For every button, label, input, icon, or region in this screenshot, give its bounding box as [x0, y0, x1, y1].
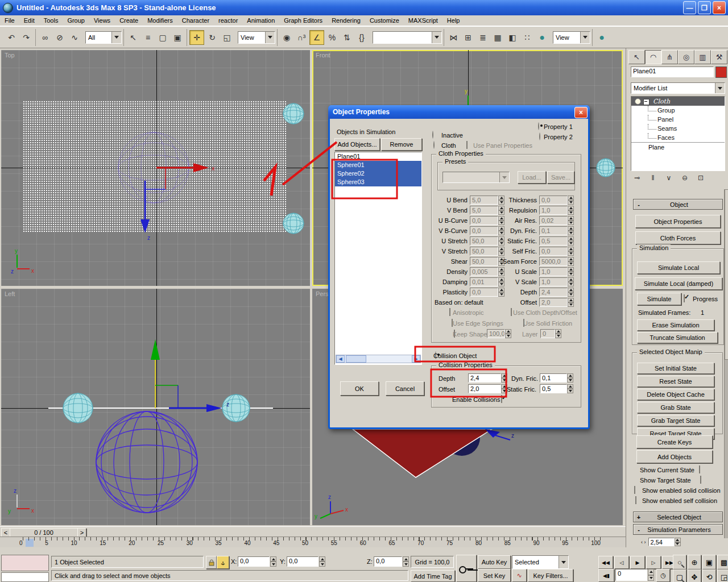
tab-modify[interactable]: ◠: [645, 50, 661, 64]
render-type-dropdown[interactable]: View: [553, 31, 590, 44]
progress-checkbox[interactable]: [684, 294, 685, 302]
cancel-button[interactable]: Cancel: [386, 381, 424, 396]
stack-sub-item[interactable]: Faces: [631, 133, 725, 142]
spinner[interactable]: [505, 329, 511, 338]
play-icon[interactable]: ▶: [630, 556, 645, 569]
collapse-icon[interactable]: [643, 99, 650, 105]
spinner[interactable]: [567, 384, 573, 393]
spinner[interactable]: [568, 288, 574, 297]
modifier-list-dropdown[interactable]: Modifier List: [631, 82, 725, 94]
cloth-forces-button[interactable]: Cloth Forces: [635, 231, 721, 244]
redo-icon[interactable]: ↷: [19, 31, 33, 44]
angle-snap-icon[interactable]: ∠: [309, 30, 324, 45]
maxscript-mini-listener-macro[interactable]: [1, 555, 49, 571]
scroll-left-icon[interactable]: ◀: [336, 355, 345, 363]
set-keys-button[interactable]: [456, 555, 477, 582]
pin-stack-icon[interactable]: ⊸: [631, 173, 643, 183]
manip-button[interactable]: Reset State: [637, 376, 714, 387]
zoom-extents-icon[interactable]: ▣: [702, 555, 716, 569]
layer-field[interactable]: 0: [540, 329, 555, 338]
viewport-label[interactable]: Front: [316, 52, 330, 59]
scroll-right-icon[interactable]: ▶: [412, 355, 420, 363]
panel-scrollbar[interactable]: [724, 189, 728, 538]
presets-dropdown[interactable]: [442, 172, 510, 183]
ok-button[interactable]: OK: [340, 381, 379, 396]
y-coordinate-field[interactable]: 0,0: [287, 556, 318, 567]
zoom-extents-all-icon[interactable]: ▩: [717, 555, 728, 569]
chevron-down-icon[interactable]: [715, 83, 725, 93]
object-color-swatch[interactable]: [715, 66, 727, 78]
menu-item[interactable]: Character: [177, 16, 214, 24]
rect-selection-region-icon[interactable]: ▢: [156, 31, 169, 44]
property-field[interactable]: 2,0: [539, 298, 568, 307]
rollout-selected-object[interactable]: + Selected Object: [633, 512, 723, 522]
viewport-label[interactable]: Left: [5, 290, 15, 297]
truncate-simulation-button[interactable]: Truncate Simulation: [637, 332, 718, 343]
region-zoom-icon[interactable]: ▢: [673, 569, 686, 582]
menu-item[interactable]: Animation: [242, 16, 279, 24]
next-frame-icon[interactable]: ▷: [646, 556, 661, 569]
property-field[interactable]: 50,0: [470, 236, 498, 246]
spinner[interactable]: [567, 373, 573, 383]
close-button[interactable]: ×: [713, 1, 726, 14]
chevron-down-icon[interactable]: [499, 172, 509, 182]
chevron-down-icon[interactable]: [580, 32, 590, 43]
chevron-down-icon[interactable]: [111, 32, 121, 43]
spinner[interactable]: [568, 216, 574, 225]
key-mode-toggle[interactable]: ◀▮: [598, 569, 614, 582]
dialog-close-icon[interactable]: ×: [574, 107, 588, 118]
tab-create[interactable]: ↖: [628, 50, 645, 64]
manip-button[interactable]: Set Initial State: [637, 363, 714, 374]
rollout-simulation-parameters[interactable]: - Simulation Parameters: [633, 524, 723, 535]
list-item[interactable]: Sphere01: [335, 161, 421, 169]
property-field[interactable]: 5000,0: [539, 257, 568, 266]
spinner[interactable]: [568, 226, 574, 235]
menu-item[interactable]: Group: [63, 16, 89, 24]
set-key-button[interactable]: Set Key: [478, 569, 511, 582]
lightbulb-icon[interactable]: [635, 98, 641, 105]
curve-editor-icon[interactable]: ▦: [491, 31, 504, 44]
property-field[interactable]: 1,0: [539, 206, 568, 215]
make-unique-icon[interactable]: ∨: [663, 173, 675, 183]
time-slider-thumb[interactable]: 0 / 100: [10, 528, 78, 537]
cloth-radio[interactable]: [433, 141, 435, 149]
next-frame-slider-button[interactable]: >: [77, 528, 86, 537]
tab-display[interactable]: ▥: [694, 50, 711, 64]
current-frame-field[interactable]: 0: [615, 569, 647, 581]
show-self-collision-checkbox[interactable]: [635, 496, 636, 504]
selection-set-dropdown[interactable]: Selected: [512, 555, 569, 569]
spinner[interactable]: [270, 556, 276, 567]
inactive-radio[interactable]: [432, 131, 433, 139]
spinner[interactable]: [501, 373, 507, 383]
x-coordinate-field[interactable]: 0,0: [238, 556, 270, 567]
menu-item[interactable]: Help: [442, 16, 465, 24]
restore-button[interactable]: ❐: [698, 1, 711, 14]
save-button[interactable]: Save...: [547, 171, 574, 184]
tab-utilities[interactable]: ⚒: [711, 50, 727, 64]
stack-sub-item[interactable]: Seams: [631, 124, 725, 133]
add-time-tag[interactable]: Add Time Tag: [411, 570, 455, 582]
load-button[interactable]: Load...: [518, 171, 546, 184]
menu-item[interactable]: Rendering: [327, 16, 365, 24]
collision-depth-field[interactable]: 2,4: [468, 373, 501, 383]
property-field[interactable]: 5,0: [470, 196, 498, 205]
property-field[interactable]: 1,0: [539, 277, 568, 286]
collision-dyn-fric-field[interactable]: 0,1: [540, 373, 567, 383]
simulate-local-damped-button[interactable]: Simulate Local (damped): [635, 277, 722, 290]
spinner[interactable]: [568, 267, 574, 276]
viewport-left[interactable]: z z y x Left: [1, 289, 310, 525]
property-field[interactable]: 5,0: [470, 206, 498, 215]
tab-motion[interactable]: ◎: [678, 50, 694, 64]
selection-filter-dropdown[interactable]: All: [85, 31, 122, 44]
menu-item[interactable]: Modifiers: [143, 16, 177, 24]
menu-item[interactable]: Tools: [39, 16, 63, 24]
minimize-button[interactable]: —: [683, 1, 696, 14]
configure-modifier-sets-icon[interactable]: ⊡: [695, 173, 706, 183]
select-and-move-icon[interactable]: ✛: [189, 30, 204, 45]
spinner[interactable]: [568, 257, 574, 266]
unlink-selection-icon[interactable]: ⊘: [53, 31, 67, 44]
simulate-button[interactable]: Simulate: [637, 293, 681, 305]
collision-offset-field[interactable]: 2,0: [468, 384, 501, 393]
stack-item-plane[interactable]: Plane: [631, 142, 725, 152]
chevron-down-icon[interactable]: [265, 32, 275, 43]
